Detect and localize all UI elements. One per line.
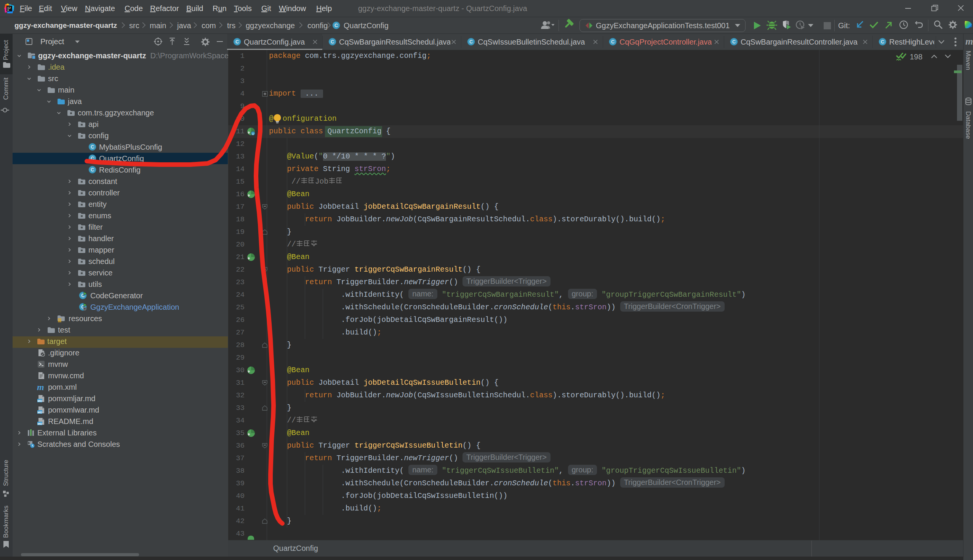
svg-text:c: c: [252, 132, 254, 136]
svg-text:C: C: [611, 39, 615, 45]
svg-text:C: C: [881, 39, 884, 45]
svg-text:MD: MD: [37, 411, 42, 414]
svg-text:C: C: [331, 39, 334, 45]
svg-text:IJ: IJ: [7, 7, 11, 10]
svg-text:MD: MD: [37, 399, 42, 403]
svg-text:C: C: [91, 167, 94, 173]
svg-text:C: C: [469, 39, 473, 45]
svg-text:C: C: [335, 23, 338, 28]
svg-text:C: C: [732, 39, 736, 45]
svg-text:C: C: [235, 39, 239, 45]
svg-text:C: C: [91, 144, 94, 150]
svg-text:MD: MD: [37, 422, 42, 425]
svg-text:C: C: [91, 156, 94, 161]
